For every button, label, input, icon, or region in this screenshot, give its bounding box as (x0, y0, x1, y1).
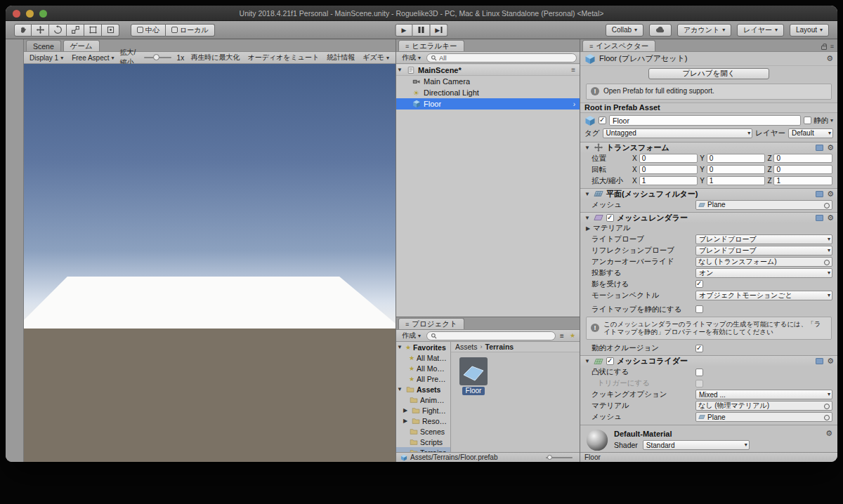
favorite-all-materials[interactable]: ★All Materials (396, 352, 450, 363)
scale-x-field[interactable]: 1 (639, 176, 698, 185)
layer-dropdown[interactable]: Default (788, 128, 833, 138)
collider-mesh-field[interactable]: Plane (695, 412, 832, 422)
scene-row[interactable]: ▼ MainScene* ≡ (396, 65, 580, 76)
tab-game[interactable]: ゲーム (63, 40, 100, 51)
scene-menu-icon[interactable]: ≡ (571, 66, 577, 74)
step-button[interactable]: ▶ (431, 24, 448, 37)
open-prefab-button[interactable]: プレハブを開く (648, 68, 769, 79)
material-name-row[interactable]: Default-Material⚙ (614, 428, 832, 438)
hierarchy-search-input[interactable]: All (426, 53, 577, 62)
search-by-type-icon[interactable]: ≡ (558, 332, 566, 340)
account-dropdown[interactable]: アカウント▾ (677, 24, 731, 37)
tab-inspector[interactable]: ≡インスペクター (582, 40, 655, 51)
gear-icon[interactable]: ⚙ (827, 357, 834, 366)
folder-animator[interactable]: AnimatorCo... (396, 394, 450, 405)
slider-thumb[interactable] (153, 54, 159, 60)
mesh-collider-component-header[interactable]: ▼ メッシュコライダー ⚙ (580, 355, 837, 366)
gear-icon[interactable]: ⚙ (827, 143, 834, 152)
game-viewport[interactable] (24, 64, 396, 462)
folder-scenes[interactable]: Scenes (396, 426, 450, 437)
mesh-object-field[interactable]: Plane (695, 200, 832, 210)
minimize-window-button[interactable] (26, 10, 34, 18)
gear-icon[interactable]: ⚙ (827, 213, 834, 223)
light-probes-dropdown[interactable]: ブレンドプローブ (695, 234, 832, 244)
pivot-local-button[interactable]: ローカル (166, 24, 215, 37)
rect-tool-button[interactable] (84, 24, 102, 37)
aspect-dropdown[interactable]: Free Aspect▾ (69, 53, 117, 63)
hierarchy-create-dropdown[interactable]: 作成▾ (399, 53, 424, 63)
mesh-renderer-component-header[interactable]: ▼ メッシュレンダラー ⚙ (580, 212, 837, 223)
active-checkbox[interactable] (599, 117, 606, 124)
folder-scripts[interactable]: Scripts (396, 437, 450, 447)
gear-icon[interactable]: ⚙ (825, 429, 832, 438)
folder-fightingunit[interactable]: ▶FightingUnit... (396, 405, 450, 416)
gizmos-dropdown[interactable]: ギズモ▾ (359, 53, 393, 63)
prefab-open-chevron-icon[interactable]: › (573, 100, 577, 108)
foldout-icon[interactable]: ▶ (402, 418, 409, 424)
materials-foldout[interactable]: ▶ マテリアル (580, 223, 837, 234)
foldout-icon[interactable]: ▼ (584, 358, 591, 364)
breadcrumb-assets[interactable]: Assets (455, 343, 478, 351)
foldout-icon[interactable]: ▼ (396, 386, 403, 392)
tag-dropdown[interactable]: Untagged (603, 128, 753, 138)
foldout-icon[interactable]: ▼ (584, 191, 591, 197)
transform-tool-button[interactable] (102, 24, 119, 37)
mesh-collider-enabled-checkbox[interactable] (606, 357, 614, 365)
tab-hierarchy[interactable]: ≡ヒエラルキー (398, 40, 464, 51)
layout-dropdown[interactable]: Layout▾ (790, 24, 829, 37)
tab-project[interactable]: ≡プロジェクト (398, 318, 464, 329)
foldout-icon[interactable]: ▼ (584, 215, 591, 221)
hierarchy-item-main-camera[interactable]: Main Camera (396, 76, 580, 87)
titlebar[interactable]: Unity 2018.4.21f1 Personal - MainScene.u… (6, 6, 837, 21)
gear-icon[interactable]: ⚙ (827, 190, 834, 199)
pivot-center-button[interactable]: 中心 (131, 24, 166, 37)
reflection-probes-dropdown[interactable]: ブレンドプローブ (695, 246, 832, 256)
breadcrumb-terrains[interactable]: Terrains (485, 343, 514, 351)
favorite-all-prefabs[interactable]: ★All Prefabs (396, 373, 450, 384)
foldout-icon[interactable]: ▼ (396, 67, 403, 73)
dynamic-occlusion-checkbox[interactable] (695, 345, 703, 352)
anchor-override-field[interactable]: なし (トランスフォーム) (695, 257, 832, 267)
thumbnail-size-slider[interactable] (546, 457, 573, 458)
reference-icon[interactable] (816, 215, 823, 221)
collab-dropdown[interactable]: Collab▾ (606, 24, 643, 37)
layers-dropdown[interactable]: レイヤー▾ (737, 24, 784, 37)
favorites-icon[interactable]: ★ (568, 332, 577, 339)
project-search-input[interactable] (426, 331, 556, 340)
favorite-all-models[interactable]: ★All Models (396, 363, 450, 373)
project-create-dropdown[interactable]: 作成▾ (399, 331, 424, 341)
rotation-y-field[interactable]: 0 (707, 165, 766, 174)
position-y-field[interactable]: 0 (707, 154, 766, 163)
rotate-tool-button[interactable] (49, 24, 67, 37)
folder-terrains[interactable]: Terrains (396, 447, 450, 452)
close-window-button[interactable] (13, 10, 20, 18)
position-z-field[interactable]: 0 (773, 154, 832, 163)
mute-audio-button[interactable]: オーディオをミュート (244, 53, 322, 63)
foldout-icon[interactable]: ▼ (584, 145, 591, 151)
rotation-x-field[interactable]: 0 (639, 165, 698, 174)
rotation-z-field[interactable]: 0 (773, 165, 832, 174)
asset-item-floor[interactable]: Floor (457, 357, 490, 395)
static-dropdown[interactable]: 静的 ▾ (804, 116, 833, 126)
folder-resources[interactable]: ▶Resources (396, 416, 450, 426)
lock-icon[interactable] (821, 46, 827, 50)
foldout-icon[interactable]: ▼ (396, 344, 403, 350)
hierarchy-item-directional-light[interactable]: ☀ Directional Light (396, 87, 580, 98)
display-dropdown[interactable]: Display 1▾ (27, 53, 66, 63)
reference-icon[interactable] (816, 145, 823, 151)
receive-shadows-checkbox[interactable] (695, 280, 703, 288)
zoom-window-button[interactable] (39, 10, 47, 18)
panel-menu-icon[interactable]: ≡ (830, 43, 834, 50)
scale-tool-button[interactable] (67, 24, 84, 37)
foldout-icon[interactable]: ▶ (584, 225, 592, 232)
move-tool-button[interactable] (32, 24, 49, 37)
cloud-services-button[interactable] (649, 24, 672, 37)
favorites-root[interactable]: ▼ ★ Favorites (396, 342, 450, 352)
reference-icon[interactable] (816, 191, 823, 197)
maximize-on-play-button[interactable]: 再生時に最大化 (187, 53, 243, 63)
play-button[interactable]: ▶ (396, 24, 413, 37)
slider-thumb[interactable] (547, 455, 552, 460)
scale-slider[interactable] (144, 57, 171, 58)
hierarchy-item-floor[interactable]: Floor › (396, 98, 580, 110)
scale-y-field[interactable]: 1 (707, 176, 766, 185)
